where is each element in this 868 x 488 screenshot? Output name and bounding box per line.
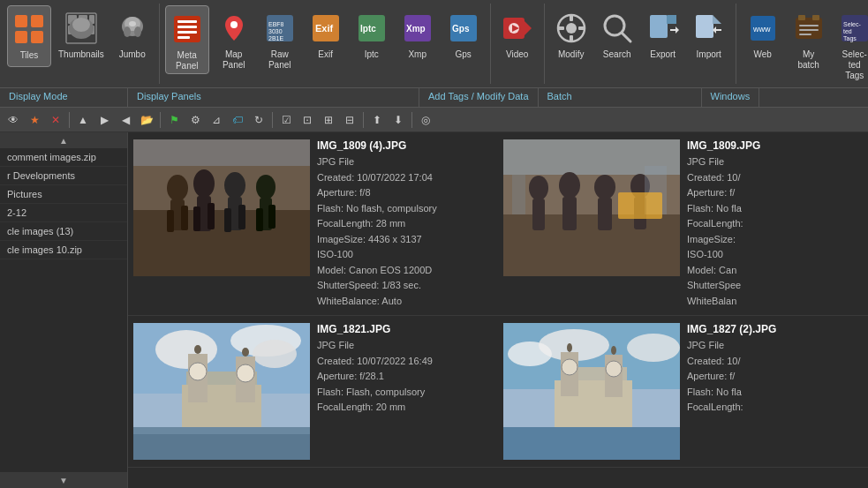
section-label-batch: Batch [539,88,702,107]
photo-iso-img1809-4: ISO-100 [317,247,493,262]
exif-icon: Exif [308,9,343,48]
grid-btn[interactable]: ⊞ [319,110,338,130]
photo-filetype-img1809-4: JPG File [317,154,493,169]
panel-btn[interactable]: ⊟ [340,110,359,130]
flag-btn[interactable]: ⚑ [164,110,184,130]
frame-btn[interactable]: ⊡ [298,110,317,130]
import-button[interactable]: Import [688,5,730,67]
xmp-button[interactable]: Xmp Xmp [396,5,439,67]
map-panel-button[interactable]: MapPanel [213,5,255,72]
photo-aperture-img1821: Aperture: f/28.1 [317,369,493,384]
toolbar-items-batch: Modify Search [550,5,730,82]
sep4 [363,112,364,128]
thumbnails-label: Thumbnails [58,49,104,60]
toolbar-items-windows: www Web Mybatch [742,5,868,83]
photo-thumb-img1821[interactable] [133,323,310,460]
raw-panel-label: RawPanel [268,49,291,71]
toolbar-group-windows: www Web Mybatch [736,4,868,84]
svg-point-71 [167,175,188,201]
x-btn[interactable]: ✕ [46,110,65,130]
svg-text:3030: 3030 [268,28,283,34]
thumbnails-button[interactable]: Thumbnails [55,5,108,67]
svg-text:Selec-: Selec- [843,21,862,27]
main-area: ▲ comment images.zip r Developments Pict… [0,132,868,488]
exif-label: Exif [318,49,333,60]
arrow-right-btn[interactable]: ▶ [94,110,114,130]
modify-label: Modify [558,49,584,60]
eye-btn[interactable]: 👁 [4,110,23,130]
folder-btn[interactable]: 📂 [137,110,156,130]
star-btn[interactable]: ★ [25,110,44,130]
jumbo-icon [115,9,150,48]
svg-rect-78 [208,203,215,229]
photo-iso-img1809: ISO-100 [687,247,863,262]
settings-btn[interactable]: ⚙ [185,110,205,130]
sep1 [69,112,70,128]
refresh-btn[interactable]: ↻ [249,110,268,130]
photo-filetype-img1809: JPG File [687,154,863,169]
photo-imagesize-img1809-4: ImageSize: 4436 x 3137 [317,232,493,247]
meta-panel-button[interactable]: MetaPanel [165,5,209,74]
search-button[interactable]: Search [596,5,638,67]
gps-button[interactable]: Gps Gps [442,5,485,67]
photo-thumb-img1809[interactable] [503,139,680,276]
sidebar-item-2[interactable]: r Developments [0,167,127,185]
photo-filename-img1827: IMG_1827 (2).JPG [687,323,863,335]
photo-thumb-img1827[interactable] [503,323,680,460]
sidebar-scroll-up[interactable]: ▲ [0,132,127,148]
modify-button[interactable]: Modify [550,5,593,67]
svg-point-112 [237,364,254,382]
sidebar-item-4[interactable]: 2-12 [0,204,127,222]
exif-button[interactable]: Exif Exif [305,5,347,67]
raw-panel-icon: EBF8 3030 2B1E [262,9,298,48]
toolbar: Tiles [0,0,868,88]
svg-point-12 [72,18,90,32]
svg-marker-52 [676,26,679,34]
web-button[interactable]: www Web [742,5,784,67]
sidebar-item-6[interactable]: cle images 10.zip [0,241,127,259]
sidebar: ▲ comment images.zip r Developments Pict… [0,132,128,488]
upload-btn[interactable]: ⬆ [367,110,387,130]
jumbo-button[interactable]: Jumbo [111,5,154,67]
svg-point-111 [189,363,207,380]
svg-point-129 [611,346,616,355]
svg-point-17 [129,21,136,26]
svg-point-113 [194,345,201,354]
search-label: Search [603,49,631,60]
selected-tags-button[interactable]: Selec- ted Tags Selec-tedTags [834,5,868,83]
sidebar-scroll-down[interactable]: ▼ [0,472,127,488]
filter-btn[interactable]: ⊿ [207,110,226,130]
photo-meta-img1809-4: IMG_1809 (4).JPG JPG File Created: 10/07… [317,139,493,308]
photo-thumb-img1809-4[interactable] [133,139,310,276]
photo-shutter-img1809-4: ShutterSpeed: 1/83 sec. [317,278,493,293]
sidebar-item-3[interactable]: Pictures [0,185,127,204]
map-panel-icon [216,9,252,48]
tiles-icon [11,10,47,49]
sidebar-item-1[interactable]: comment images.zip [0,148,127,167]
svg-marker-54 [713,15,721,24]
download-btn[interactable]: ⬇ [389,110,408,130]
photo-created-img1821: Created: 10/07/2022 16:49 [317,354,493,369]
photo-focal-img1827: FocalLength: [687,400,863,415]
selected-tags-label: Selec-tedTags [842,49,867,81]
my-batch-button[interactable]: Mybatch [788,5,830,72]
section-labels: Display Mode Display Panels Add Tags / M… [0,88,868,108]
toolbar-items-display-mode: Tiles [7,5,154,82]
sidebar-item-5[interactable]: cle images (13) [0,222,127,241]
sidebar-scroll[interactable]: comment images.zip r Developments Pictur… [0,148,127,472]
photo-meta-img1809: IMG_1809.JPG JPG File Created: 10/ Apert… [687,139,863,308]
raw-panel-button[interactable]: EBF8 3030 2B1E RawPanel [259,5,301,72]
tag-btn[interactable]: 🏷 [228,110,247,130]
video-button[interactable]: Video [496,5,539,67]
photo-flash-img1827: Flash: No fla [687,385,863,400]
iptc-button[interactable]: Iptc Iptc [351,5,393,67]
target-btn[interactable]: ◎ [416,110,435,130]
select-btn[interactable]: ☑ [276,110,296,130]
photo-meta-img1821: IMG_1821.JPG JPG File Created: 10/07/202… [317,323,493,460]
export-icon [645,9,681,48]
tiles-button[interactable]: Tiles [7,5,51,67]
arrow-back-btn[interactable]: ◀ [116,110,135,130]
import-icon [691,9,727,48]
arrow-up-btn[interactable]: ▲ [73,110,93,130]
export-button[interactable]: Export [642,5,684,67]
